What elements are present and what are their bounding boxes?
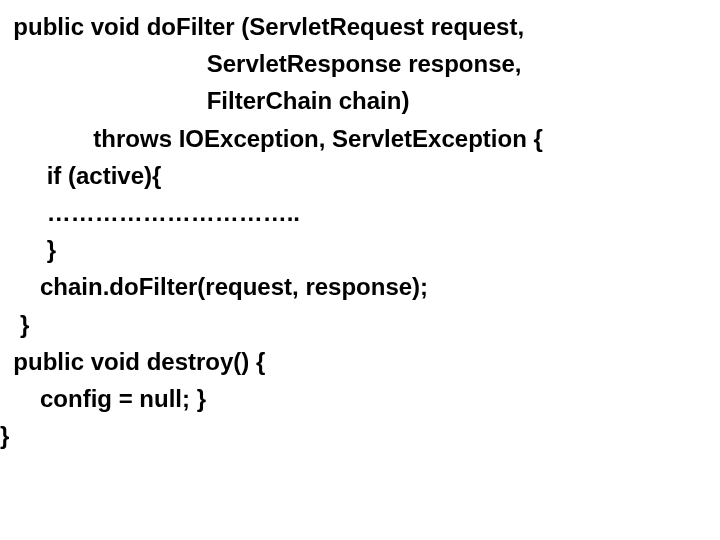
code-line-2: ServletResponse response,	[0, 45, 720, 82]
code-line-1: public void doFilter (ServletRequest req…	[0, 8, 720, 45]
code-line-4: throws IOException, ServletException {	[0, 120, 720, 157]
code-line-3: FilterChain chain)	[0, 82, 720, 119]
code-line-10: public void destroy() {	[0, 343, 720, 380]
code-line-8: chain.doFilter(request, response);	[0, 268, 720, 305]
code-line-6: …………………………..	[0, 194, 720, 231]
code-line-12: }	[0, 417, 720, 454]
code-line-11: config = null; }	[0, 380, 720, 417]
code-line-7: }	[0, 231, 720, 268]
code-line-5: if (active){	[0, 157, 720, 194]
code-line-9: }	[0, 306, 720, 343]
